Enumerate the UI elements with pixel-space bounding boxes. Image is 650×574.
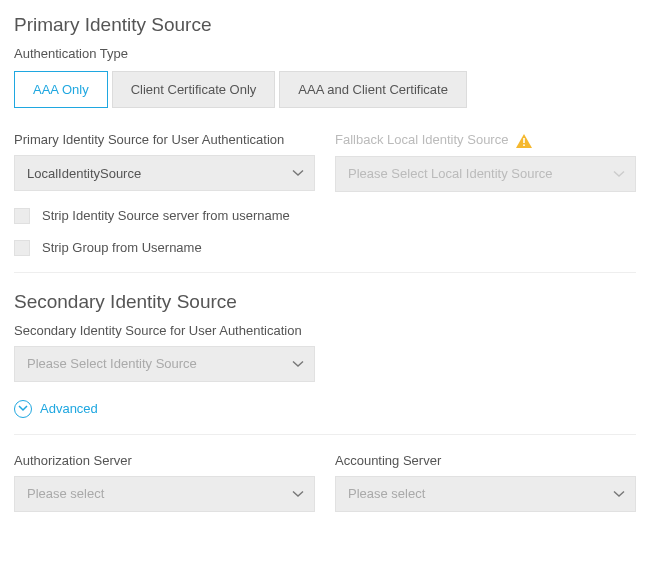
warning-icon bbox=[516, 134, 532, 148]
primary-identity-title: Primary Identity Source bbox=[14, 14, 636, 36]
strip-server-checkbox[interactable] bbox=[14, 208, 30, 224]
secondary-source-select[interactable]: Please Select Identity Source bbox=[14, 346, 315, 382]
accounting-server-label: Accounting Server bbox=[335, 453, 636, 468]
tab-aaa-and-cert[interactable]: AAA and Client Certificate bbox=[279, 71, 467, 108]
chevron-down-circle-icon bbox=[14, 400, 32, 418]
divider bbox=[14, 272, 636, 273]
chevron-down-icon bbox=[613, 170, 625, 178]
advanced-toggle[interactable]: Advanced bbox=[14, 400, 636, 418]
tab-client-cert-only[interactable]: Client Certificate Only bbox=[112, 71, 276, 108]
svg-rect-1 bbox=[523, 144, 525, 146]
authorization-server-placeholder: Please select bbox=[27, 486, 104, 501]
divider bbox=[14, 434, 636, 435]
auth-type-tabs: AAA Only Client Certificate Only AAA and… bbox=[14, 71, 636, 108]
advanced-label: Advanced bbox=[40, 401, 98, 416]
tab-aaa-only[interactable]: AAA Only bbox=[14, 71, 108, 108]
strip-group-label: Strip Group from Username bbox=[42, 240, 202, 255]
secondary-identity-title: Secondary Identity Source bbox=[14, 291, 636, 313]
svg-rect-0 bbox=[523, 138, 525, 143]
authorization-server-label: Authorization Server bbox=[14, 453, 315, 468]
chevron-down-icon bbox=[613, 490, 625, 498]
accounting-server-select[interactable]: Please select bbox=[335, 476, 636, 512]
primary-source-label: Primary Identity Source for User Authent… bbox=[14, 132, 315, 147]
secondary-source-label: Secondary Identity Source for User Authe… bbox=[14, 323, 636, 338]
fallback-source-select: Please Select Local Identity Source bbox=[335, 156, 636, 192]
strip-group-checkbox[interactable] bbox=[14, 240, 30, 256]
auth-type-label: Authentication Type bbox=[14, 46, 636, 61]
strip-server-label: Strip Identity Source server from userna… bbox=[42, 208, 290, 223]
fallback-source-placeholder: Please Select Local Identity Source bbox=[348, 166, 553, 181]
primary-source-value: LocalIdentitySource bbox=[27, 166, 141, 181]
authorization-server-select[interactable]: Please select bbox=[14, 476, 315, 512]
fallback-source-label: Fallback Local Identity Source bbox=[335, 132, 636, 148]
chevron-down-icon bbox=[292, 169, 304, 177]
chevron-down-icon bbox=[292, 360, 304, 368]
secondary-source-placeholder: Please Select Identity Source bbox=[27, 356, 197, 371]
primary-source-select[interactable]: LocalIdentitySource bbox=[14, 155, 315, 191]
chevron-down-icon bbox=[292, 490, 304, 498]
accounting-server-placeholder: Please select bbox=[348, 486, 425, 501]
